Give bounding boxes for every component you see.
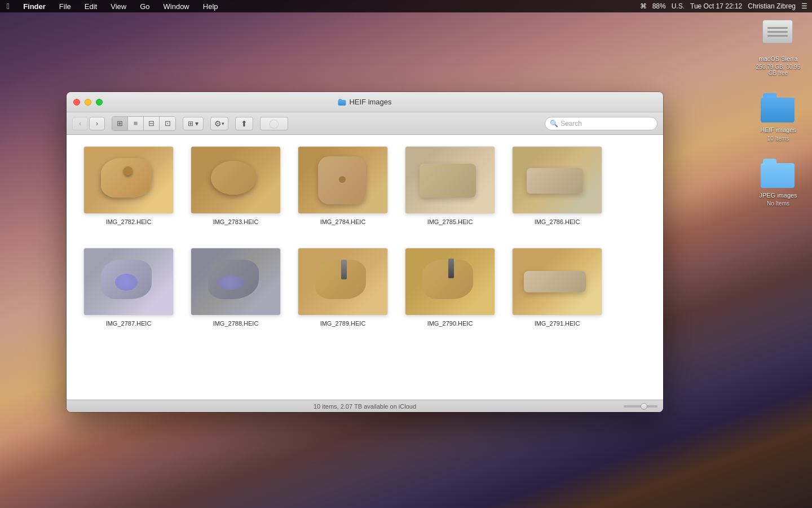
- maximize-button[interactable]: [96, 99, 103, 106]
- tag-button[interactable]: ◯: [260, 117, 288, 130]
- list-icon: ≡: [134, 119, 138, 128]
- menubar:  Finder File Edit View Go Window Help ⌘…: [0, 0, 812, 12]
- file-name: IMG_2791.HEIC: [535, 320, 580, 327]
- close-button[interactable]: [73, 99, 80, 106]
- jpeg-folder-icon: [761, 159, 796, 188]
- list-item[interactable]: IMG_2790.HEIC: [405, 248, 495, 327]
- toolbar: ‹ › ⊞ ≡ ⊟ ⊡ ⊞: [67, 112, 663, 135]
- file-name: IMG_2784.HEIC: [320, 218, 366, 225]
- file-thumbnail: [191, 248, 281, 316]
- desktop-icon-heif[interactable]: HEIF images 10 Items: [756, 93, 801, 141]
- file-name: IMG_2790.HEIC: [427, 320, 473, 327]
- title-folder-icon: [338, 99, 346, 106]
- group-icon: ⊞: [188, 120, 193, 128]
- list-item[interactable]: IMG_2784.HEIC: [298, 146, 388, 225]
- file-name: IMG_2783.HEIC: [213, 218, 259, 225]
- user-name: Christian Zibreg: [748, 2, 796, 10]
- chevron-down-icon: ▾: [195, 120, 198, 128]
- list-item[interactable]: IMG_2787.HEIC: [83, 248, 174, 327]
- group-by-button[interactable]: ⊞ ▾: [183, 117, 204, 130]
- file-thumbnail: [512, 248, 602, 316]
- file-thumbnail: [298, 146, 388, 214]
- search-icon: 🔍: [550, 120, 558, 128]
- window-menu[interactable]: Window: [161, 1, 192, 12]
- file-name: IMG_2787.HEIC: [106, 320, 152, 327]
- file-name: IMG_2788.HEIC: [213, 320, 259, 327]
- file-row-2: IMG_2787.HEIC IMG_2788.HEIC IMG_2789.HEI…: [83, 248, 646, 327]
- search-placeholder: Search: [561, 120, 582, 128]
- list-item[interactable]: IMG_2788.HEIC: [191, 248, 281, 327]
- action-button[interactable]: ⚙ ▾: [210, 117, 228, 130]
- finder-window: HEIF images ‹ › ⊞ ≡ ⊟: [67, 92, 663, 412]
- list-item[interactable]: IMG_2783.HEIC: [191, 146, 281, 225]
- jpeg-folder-label: JPEG images: [757, 191, 798, 200]
- file-name: IMG_2782.HEIC: [106, 218, 152, 225]
- file-grid: IMG_2782.HEIC IMG_2783.HEIC IMG_2784.HEI…: [67, 135, 663, 400]
- view-menu[interactable]: View: [108, 1, 129, 12]
- drive-label: macOS Sierra: [757, 54, 799, 63]
- file-thumbnail: [83, 146, 174, 214]
- heif-folder-label: HEIF images: [758, 125, 798, 134]
- desktop:  Finder File Edit View Go Window Help ⌘…: [0, 0, 812, 508]
- back-icon: ‹: [79, 120, 81, 128]
- file-name: IMG_2785.HEIC: [427, 218, 473, 225]
- file-thumbnail: [191, 146, 281, 214]
- column-view-button[interactable]: ⊟: [144, 117, 160, 130]
- heif-folder-icon: [761, 93, 796, 122]
- list-item[interactable]: IMG_2782.HEIC: [83, 146, 174, 225]
- icon-view-button[interactable]: ⊞: [112, 117, 128, 130]
- list-item[interactable]: IMG_2791.HEIC: [512, 248, 602, 327]
- list-item[interactable]: IMG_2785.HEIC: [405, 146, 495, 225]
- apple-menu[interactable]: : [5, 1, 12, 12]
- status-text: 10 items, 2.07 TB available on iCloud: [314, 403, 416, 410]
- clock: Tue Oct 17 22:12: [690, 2, 742, 10]
- desktop-icon-drive[interactable]: macOS Sierra 250.79 GB, 30.95 GB free: [756, 20, 801, 76]
- list-view-button[interactable]: ≡: [128, 117, 144, 130]
- desktop-icons: macOS Sierra 250.79 GB, 30.95 GB free HE…: [756, 20, 801, 207]
- view-mode-buttons: ⊞ ≡ ⊟ ⊡: [112, 116, 176, 131]
- menubar-left:  Finder File Edit View Go Window Help: [5, 1, 220, 12]
- file-thumbnail: [512, 146, 602, 214]
- file-name: IMG_2789.HEIC: [320, 320, 366, 327]
- minimize-button[interactable]: [85, 99, 91, 106]
- heif-folder-sublabel: 10 Items: [767, 135, 789, 142]
- go-menu[interactable]: Go: [138, 1, 152, 12]
- drive-sublabel: 250.79 GB, 30.95 GB free: [756, 64, 801, 76]
- tag-icon: ◯: [269, 118, 279, 129]
- file-thumbnail: [298, 248, 388, 316]
- cover-view-button[interactable]: ⊡: [160, 117, 175, 130]
- cover-icon: ⊡: [165, 119, 171, 128]
- traffic-lights: [67, 99, 103, 106]
- share-icon: ⬆: [241, 119, 248, 128]
- finder-menu[interactable]: Finder: [21, 1, 48, 12]
- status-bar: 10 items, 2.07 TB available on iCloud: [67, 400, 663, 412]
- jpeg-folder-sublabel: No Items: [767, 200, 789, 207]
- list-item[interactable]: IMG_2786.HEIC: [512, 146, 602, 225]
- file-menu[interactable]: File: [57, 1, 73, 12]
- battery-indicator: 88%: [652, 2, 666, 10]
- window-title: HEIF images: [338, 98, 391, 106]
- drive-icon: [762, 20, 794, 51]
- search-box[interactable]: 🔍 Search: [545, 117, 657, 130]
- desktop-icon-jpeg[interactable]: JPEG images No Items: [756, 159, 801, 207]
- file-name: IMG_2786.HEIC: [535, 218, 580, 225]
- nav-buttons: ‹ ›: [72, 117, 105, 130]
- column-icon: ⊟: [148, 119, 155, 128]
- help-menu[interactable]: Help: [201, 1, 220, 12]
- gear-icon: ⚙: [214, 119, 222, 128]
- file-row-1: IMG_2782.HEIC IMG_2783.HEIC IMG_2784.HEI…: [83, 146, 646, 225]
- title-bar: HEIF images: [67, 92, 663, 112]
- file-thumbnail: [405, 146, 495, 214]
- back-button[interactable]: ‹: [72, 117, 88, 130]
- icon-size-slider[interactable]: [624, 405, 657, 408]
- wifi-icon: ⌘: [640, 2, 647, 10]
- forward-button[interactable]: ›: [89, 117, 105, 130]
- slider-track: [624, 405, 657, 408]
- edit-menu[interactable]: Edit: [82, 1, 99, 12]
- action-chevron-icon: ▾: [222, 121, 224, 126]
- menubar-right: ⌘ 88% U.S. Tue Oct 17 22:12 Christian Zi…: [640, 2, 807, 10]
- window-title-text: HEIF images: [349, 98, 391, 106]
- notification-icon[interactable]: ☰: [801, 2, 807, 10]
- share-button[interactable]: ⬆: [235, 117, 253, 130]
- list-item[interactable]: IMG_2789.HEIC: [298, 248, 388, 327]
